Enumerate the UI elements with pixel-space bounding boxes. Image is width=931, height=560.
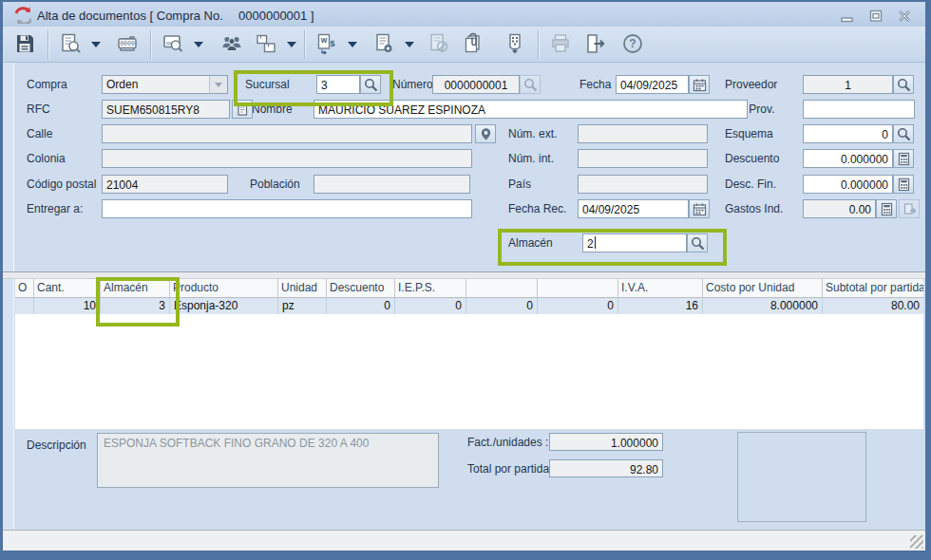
compra-select[interactable]: Orden [102,75,228,94]
cell-descuento[interactable]: 0 [326,298,394,314]
num-ext-input[interactable] [578,124,708,143]
almacen-search-button[interactable] [687,233,708,252]
table-row[interactable]: 10 3 Esponja-320 pz 0 0 0 0 16 8.000000 … [15,298,923,314]
fecha-calendar-button[interactable] [689,75,710,94]
providers-button[interactable] [216,29,250,60]
cell-ieps[interactable]: 0 [394,298,466,314]
barcode-document-button[interactable] [499,29,533,60]
fact-unidades-input[interactable]: 1.000000 [549,433,663,451]
document-currency-dropdown[interactable] [345,29,360,60]
cell-iva[interactable]: 16 [618,298,702,314]
cell-subtotal[interactable]: 80.00 [822,298,923,314]
gastos-ind-input[interactable]: 0.00 [803,199,876,218]
sucursal-search-button[interactable] [360,75,381,94]
cell-extra2[interactable]: 0 [537,298,618,314]
almacen-input[interactable]: 2 [582,233,687,252]
window-title: Alta de documentos [ Compra No. [37,9,223,23]
nombre-input[interactable]: MAURICIO SUAREZ ESPINOZA [314,100,748,119]
minimize-button[interactable] [840,9,855,23]
num-int-label: Núm. int. [508,152,554,165]
column-header: Subtotal por partida [822,279,923,297]
sucursal-input[interactable]: 3 [316,75,360,94]
preview-document-dropdown[interactable] [191,29,206,60]
document-options-button[interactable] [368,29,402,60]
desc-fin-input[interactable]: 0.000000 [803,175,893,194]
rfc-validate-button[interactable] [232,100,253,119]
preview-document-button[interactable] [157,29,191,60]
column-header: I.E.P.S. [394,279,466,297]
search-document-button[interactable] [54,29,88,60]
document-currency-button[interactable] [311,29,345,60]
attach-document-button[interactable] [457,29,491,60]
desc-fin-calc-button[interactable] [893,175,914,194]
chevron-down-icon [194,42,203,47]
close-button[interactable] [897,9,912,23]
cell-producto[interactable]: Esponja-320 [169,298,277,314]
descuento-calc-button[interactable] [893,149,914,168]
proveedor-input[interactable]: 1 [803,75,893,94]
column-header: O [15,279,33,297]
cell-almacen[interactable]: 3 [100,298,169,314]
save-button[interactable] [9,29,43,60]
cell-unidad[interactable]: pz [277,298,326,314]
distribute-icon [902,202,917,216]
proveedor-search-button[interactable] [893,75,914,94]
numero-input[interactable]: 0000000001 [432,75,520,94]
rfc-input[interactable]: SUEM650815RY8 [102,100,230,119]
print-button [544,29,579,60]
calle-map-button[interactable] [475,124,496,143]
cell-selector [15,298,33,314]
status-bar [3,530,925,551]
chevron-down-icon [405,42,414,47]
num-int-input[interactable] [578,149,708,168]
descripcion-textarea[interactable]: ESPONJA SOFTBACK FINO GRANO DE 320 A 400 [97,433,439,488]
folio-button[interactable] [111,29,145,60]
search-document-dropdown[interactable] [88,29,104,60]
fecha-rec-label: Fecha Rec. [508,202,566,215]
fecha-input[interactable]: 04/09/2025 [616,75,689,94]
cell-cantidad[interactable]: 10 [33,298,100,314]
cancel-document-button [423,29,457,60]
entregar-a-input[interactable] [102,199,472,218]
search-icon [691,236,705,251]
colonia-input[interactable] [102,149,472,168]
exit-button[interactable] [579,29,613,60]
numero-label: Número [392,78,433,91]
ref-prov-input[interactable] [803,100,915,119]
pais-input[interactable] [578,175,708,194]
desc-fin-label: Desc. Fin. [725,177,776,191]
esquema-label: Esquema [725,127,773,140]
codigo-postal-input[interactable]: 21004 [102,175,228,194]
search-icon [897,78,911,92]
titlebar[interactable]: Alta de documentos [ Compra No. 00000000… [3,2,925,27]
fecha-rec-input[interactable]: 04/09/2025 [578,199,689,218]
left-margin-strip [3,63,14,530]
cell-extra1[interactable]: 0 [466,298,537,314]
fecha-rec-calendar-button[interactable] [689,199,710,218]
gastos-ind-calc-button[interactable] [876,199,897,218]
proveedor-label: Proveedor [725,78,777,91]
calle-input[interactable] [102,124,472,143]
document-options-dropdown[interactable] [402,29,417,60]
total-partida-input[interactable]: 92.80 [549,459,663,477]
calle-label: Calle [27,127,52,140]
descuento-input[interactable]: 0.000000 [803,149,893,168]
chevron-down-icon [209,76,227,93]
cell-costo-unidad[interactable]: 8.000000 [702,298,822,314]
resize-grip[interactable] [910,535,923,549]
search-icon [364,78,378,92]
toolbar [3,27,925,63]
fact-unidades-label: Fact./unidades : [467,436,548,449]
sucursal-label: Sucursal [245,78,290,91]
help-button[interactable] [617,29,651,60]
product-image-box [737,432,866,522]
warehouse-dropdown[interactable] [284,29,299,60]
esquema-input[interactable]: 0 [803,124,893,143]
poblacion-input[interactable] [314,175,470,194]
chevron-down-icon [91,42,101,47]
warehouse-button[interactable] [250,29,284,60]
maximize-button[interactable] [868,9,884,23]
esquema-search-button[interactable] [893,124,914,143]
chevron-down-icon [287,42,296,47]
splitter[interactable] [3,271,925,279]
